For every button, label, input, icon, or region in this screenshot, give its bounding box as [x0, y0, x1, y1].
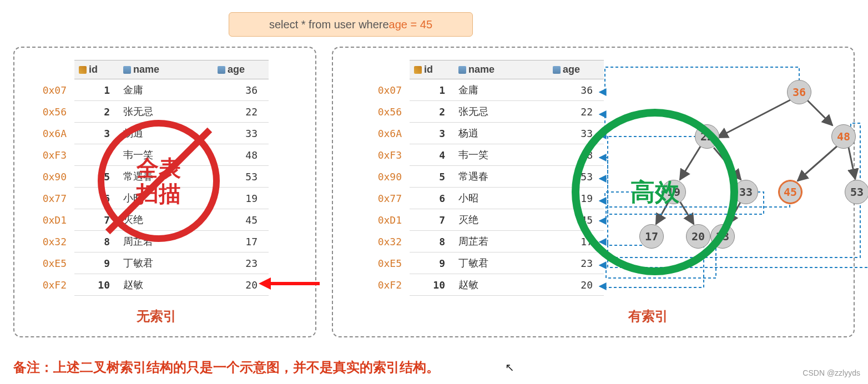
col-name: name: [133, 64, 159, 75]
table-row: 0xF210赵敏20: [30, 274, 269, 296]
row-age: 53: [213, 166, 269, 188]
svg-line-4: [798, 145, 839, 181]
row-addr: 0x77: [30, 188, 74, 209]
row-id: 9: [410, 252, 454, 274]
row-addr: 0x90: [360, 166, 410, 188]
col-age: age: [228, 64, 245, 75]
row-age: 48: [213, 144, 269, 166]
row-id: 10: [410, 274, 454, 296]
row-name: 丁敏君: [454, 252, 548, 274]
left-caption: 无索引: [137, 307, 176, 325]
row-name: 韦一笑: [454, 144, 548, 166]
row-age: 36: [213, 79, 269, 101]
row-age: 45: [213, 209, 269, 231]
row-addr: 0x90: [30, 166, 74, 188]
svg-line-1: [806, 99, 832, 125]
row-name: 周芷若: [454, 231, 548, 252]
table-row: 0xE59丁敏君23: [360, 252, 604, 274]
row-addr: 0x07: [360, 79, 410, 101]
row-addr: 0xD1: [30, 209, 74, 231]
key-icon: [414, 66, 422, 74]
row-id: 1: [410, 79, 454, 101]
tree-node-36: 36: [787, 80, 811, 104]
row-name: 杨逍: [454, 123, 548, 144]
row-addr: 0x77: [360, 188, 410, 209]
panel-no-index: id name age 0x071金庸360x562张无忌220x6A3杨逍33…: [13, 47, 316, 337]
row-id: 9: [74, 252, 119, 274]
column-icon: [553, 66, 561, 74]
row-name: 金庸: [454, 79, 548, 101]
row-age: 17: [213, 231, 269, 252]
row-age: 20: [548, 274, 604, 296]
row-id: 5: [410, 166, 454, 188]
row-name: 丁敏君: [119, 252, 213, 274]
table-row: 0xE59丁敏君23: [30, 252, 269, 274]
tree-node-48: 48: [831, 124, 856, 149]
column-icon: [123, 66, 131, 74]
col-id: id: [89, 64, 98, 75]
cursor-icon: ↖: [505, 361, 514, 374]
row-addr: 0xF2: [360, 274, 410, 296]
row-name: 张无忌: [454, 101, 548, 123]
col-id: id: [424, 64, 433, 75]
col-age: age: [563, 64, 580, 75]
row-name: 灭绝: [454, 209, 548, 231]
tree-node-53: 53: [845, 180, 868, 204]
row-addr: 0xE5: [30, 252, 74, 274]
col-name: name: [468, 64, 494, 75]
row-addr: 0xF2: [30, 274, 74, 296]
row-name: 常遇春: [454, 166, 548, 188]
row-id: 8: [410, 231, 454, 252]
column-icon: [458, 66, 466, 74]
data-table-right: id name age 0x071金庸360x562张无忌220x6A3杨逍33…: [360, 60, 604, 296]
table-row: 0x776小昭19: [360, 188, 604, 209]
row-addr: 0x07: [30, 79, 74, 101]
row-name: 小昭: [454, 188, 548, 209]
svg-line-5: [848, 145, 855, 179]
table-row: 0xF34韦一笑48: [360, 144, 604, 166]
full-table-scan-overlay: 全表 扫描: [98, 120, 220, 242]
row-id: 7: [410, 209, 454, 231]
row-name: 赵敏: [119, 274, 213, 296]
efficient-overlay: 高效: [572, 109, 738, 275]
red-arrow-icon: [259, 279, 320, 289]
row-id: 3: [410, 123, 454, 144]
table-row: 0x071金庸36: [360, 79, 604, 101]
row-addr: 0xF3: [30, 144, 74, 166]
row-addr: 0x56: [360, 101, 410, 123]
row-age: 36: [548, 79, 604, 101]
panel-with-index: id name age 0x071金庸360x562张无忌220x6A3杨逍33…: [332, 47, 855, 337]
sql-prefix: select * from user where: [269, 18, 389, 31]
table-row: 0x071金庸36: [30, 79, 269, 101]
key-icon: [79, 66, 87, 74]
ban-text-2: 扫描: [137, 181, 181, 206]
row-name: 金庸: [119, 79, 213, 101]
row-id: 2: [410, 101, 454, 123]
row-id: 10: [74, 274, 119, 296]
table-row: 0x6A3杨逍33: [360, 123, 604, 144]
row-addr: 0x6A: [30, 123, 74, 144]
row-age: 23: [213, 252, 269, 274]
row-age: 19: [213, 188, 269, 209]
row-age: 33: [213, 123, 269, 144]
table-row: 0xF210赵敏20: [360, 274, 604, 296]
column-icon: [218, 66, 225, 74]
row-addr: 0xE5: [360, 252, 410, 274]
row-name: 赵敏: [454, 274, 548, 296]
row-id: 6: [410, 188, 454, 209]
ban-text-1: 全表: [137, 155, 181, 181]
sql-accent: age = 45: [389, 18, 432, 31]
row-age: 22: [213, 101, 269, 123]
table-row: 0x905常遇春53: [360, 166, 604, 188]
row-addr: 0x6A: [360, 123, 410, 144]
right-caption: 有索引: [628, 307, 668, 325]
sql-query-box: select * from user where age = 45: [229, 12, 473, 37]
row-addr: 0x32: [360, 231, 410, 252]
row-addr: 0xD1: [360, 209, 410, 231]
watermark: CSDN @zzlyyds: [803, 368, 860, 377]
row-id: 1: [74, 79, 119, 101]
row-addr: 0xF3: [360, 144, 410, 166]
row-name: 张无忌: [119, 101, 213, 123]
table-row: 0xD17灭绝45: [360, 209, 604, 231]
row-addr: 0x32: [30, 231, 74, 252]
